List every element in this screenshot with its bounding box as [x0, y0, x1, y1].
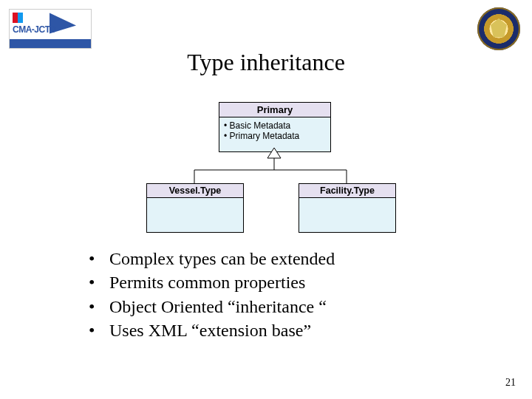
uml-prop: Basic Metadata	[224, 120, 326, 131]
logo-left: CMA-JCTD	[9, 9, 92, 49]
list-item: • Complex types can be extended	[89, 247, 335, 270]
bullet-text: Object Oriented “inheritance “	[109, 295, 327, 318]
bullet-dot-icon: •	[89, 247, 109, 270]
list-item: • Permits common properties	[89, 270, 335, 294]
slide-title: Type inheritance	[0, 49, 532, 76]
uml-prop: Primary Metadata	[224, 131, 326, 141]
bullet-dot-icon: •	[89, 318, 109, 342]
page-number: 21	[505, 377, 516, 389]
logo-left-stripe	[10, 39, 91, 48]
uml-class-facilitytype-name: Facility.Type	[299, 184, 395, 198]
list-item: • Uses XML “extension base”	[89, 318, 335, 342]
uml-class-vesseltype-name: Vessel.Type	[147, 184, 243, 198]
seal-icon	[477, 7, 520, 50]
bullet-dot-icon: •	[89, 295, 109, 318]
logo-left-text: CMA-JCTD	[13, 24, 56, 35]
uml-class-facilitytype: Facility.Type	[299, 183, 396, 233]
flag-icon	[13, 13, 23, 23]
uml-class-primary-name: Primary	[219, 103, 330, 117]
bullet-dot-icon: •	[89, 270, 109, 294]
uml-class-vesseltype-body	[147, 198, 243, 232]
list-item: • Object Oriented “inheritance “	[89, 295, 335, 318]
uml-class-facilitytype-body	[299, 198, 395, 232]
bullet-text: Complex types can be extended	[109, 247, 335, 270]
bullet-text: Permits common properties	[109, 270, 305, 294]
uml-class-primary: Primary Basic Metadata Primary Metadata	[219, 102, 331, 152]
uml-class-primary-body: Basic Metadata Primary Metadata	[219, 117, 330, 151]
bullet-list: • Complex types can be extended • Permit…	[89, 247, 335, 343]
slide: CMA-JCTD Type inheritance Primary Basic …	[0, 0, 532, 399]
uml-class-vesseltype: Vessel.Type	[146, 183, 244, 233]
bullet-text: Uses XML “extension base”	[109, 318, 311, 342]
